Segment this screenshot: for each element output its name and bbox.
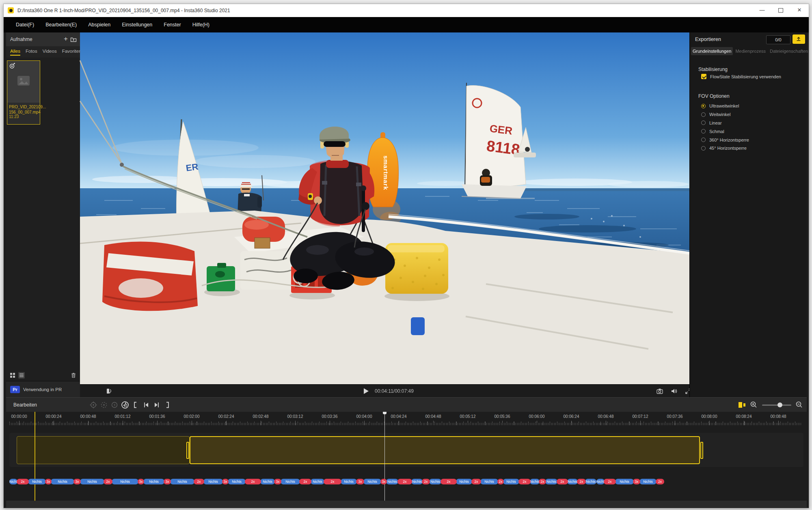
play-button[interactable]: [364, 388, 369, 394]
speed-segment[interactable]: 2x: [422, 479, 430, 484]
speed-segment[interactable]: 2x: [557, 479, 568, 484]
menu-item[interactable]: Bearbeiten(E): [40, 17, 82, 32]
library-tab-favoriten[interactable]: Favoriten: [62, 49, 82, 56]
speed-segment[interactable]: Nichts: [281, 479, 300, 484]
speed-segment[interactable]: Nichts: [9, 479, 17, 484]
speed-segment[interactable]: Nichts: [411, 479, 423, 484]
speed-segment[interactable]: 2x: [17, 479, 29, 484]
tracking-icon[interactable]: [100, 401, 108, 409]
speed-segment[interactable]: Nichts: [567, 479, 578, 484]
grid-view-icon[interactable]: [9, 372, 16, 379]
radio-icon[interactable]: [701, 104, 706, 108]
menu-item[interactable]: Hilfe(H): [187, 17, 215, 32]
menu-item[interactable]: Abspielen: [82, 17, 116, 32]
speed-segment[interactable]: 3x: [73, 479, 81, 484]
add-media-button[interactable]: +: [64, 32, 68, 46]
speed-segment[interactable]: 3x: [380, 479, 387, 484]
speed-segment[interactable]: 2x: [656, 479, 664, 484]
minimize-button[interactable]: —: [753, 4, 771, 17]
speed-segment[interactable]: 2x: [245, 479, 261, 484]
speed-segment[interactable]: 3x: [45, 479, 52, 484]
speed-segment[interactable]: 3x: [164, 479, 171, 484]
flowstate-checkbox-row[interactable]: FlowState Stabilisierung verwenden: [701, 74, 781, 79]
trim-handle-right[interactable]: [700, 442, 703, 459]
checkbox-icon[interactable]: [701, 74, 706, 79]
speed-segment[interactable]: 2x: [577, 479, 586, 484]
timeline-zoom-slider[interactable]: [762, 405, 791, 406]
export-button[interactable]: [793, 34, 805, 44]
timeline-clip-outside[interactable]: [17, 436, 190, 464]
speed-segment[interactable]: 2x: [397, 479, 412, 484]
trash-icon[interactable]: [70, 372, 77, 379]
speed-segment[interactable]: Nichts: [639, 479, 657, 484]
speed-segment[interactable]: 2x: [441, 479, 457, 484]
fov-option[interactable]: Schmal: [701, 127, 749, 136]
speed-segment[interactable]: 2x: [194, 479, 204, 484]
speed-segment[interactable]: Nichts: [228, 479, 246, 484]
speed-segment[interactable]: Nichts: [456, 479, 472, 484]
next-frame-icon[interactable]: [153, 401, 161, 409]
playhead-handle[interactable]: [383, 412, 387, 414]
speed-segment[interactable]: 3x: [222, 479, 229, 484]
speed-segment[interactable]: Nichts: [545, 479, 557, 484]
volume-icon[interactable]: [670, 387, 678, 395]
speed-segment[interactable]: Nichts: [112, 479, 138, 484]
speed-segment[interactable]: 2x: [497, 479, 504, 484]
trim-playhead[interactable]: [35, 412, 35, 501]
current-playhead[interactable]: [384, 412, 385, 501]
previous-frame-icon[interactable]: [142, 401, 150, 409]
speed-segment[interactable]: Nichts: [80, 479, 104, 484]
fov-option[interactable]: Weitwinkel: [701, 110, 749, 119]
speed-segment[interactable]: Nichts: [203, 479, 223, 484]
fov-option[interactable]: Linear: [701, 119, 749, 127]
fov-option[interactable]: Ultraweitwinkel: [701, 102, 749, 110]
trim-in-icon[interactable]: [132, 401, 140, 409]
fov-option[interactable]: 45° Horizontsperre: [701, 144, 749, 153]
radio-icon[interactable]: [701, 146, 706, 151]
radio-icon[interactable]: [701, 112, 706, 117]
fov-option[interactable]: 360° Horizontsperre: [701, 136, 749, 144]
speed-segment[interactable]: Nichts: [596, 479, 605, 484]
speed-segment[interactable]: 3x: [633, 479, 640, 484]
speed-segment[interactable]: Nichts: [363, 479, 381, 484]
keyframe-speed-icon[interactable]: [110, 401, 119, 409]
maximize-button[interactable]: [771, 4, 790, 17]
menu-item[interactable]: Einstellungen: [116, 17, 158, 32]
speed-segment[interactable]: Nichts: [615, 479, 634, 484]
speed-segment[interactable]: Nichts: [51, 479, 74, 484]
speed-segment[interactable]: Nichts: [341, 479, 357, 484]
zoom-out-icon[interactable]: [795, 401, 803, 409]
speed-segment[interactable]: 3x: [274, 479, 281, 484]
speed-segment[interactable]: Nichts: [260, 479, 275, 484]
flowstate-toggle-icon[interactable]: [121, 401, 129, 409]
speed-segment[interactable]: Nichts: [585, 479, 596, 484]
library-tab-alles[interactable]: Alles: [10, 49, 20, 56]
radio-icon[interactable]: [701, 121, 706, 125]
speed-segment[interactable]: Nichts: [480, 479, 498, 484]
speed-segment[interactable]: 2x: [324, 479, 341, 484]
speed-segment[interactable]: 2x: [539, 479, 546, 484]
import-icon[interactable]: [70, 36, 77, 43]
speed-segment[interactable]: 2x: [604, 479, 616, 484]
menu-item[interactable]: Fenster: [158, 17, 186, 32]
timeline-ruler[interactable]: 00:00:0000:00:2400:00:4800:01:1200:01:36…: [6, 412, 807, 428]
clip-card[interactable]: PRO_VID_202109... 156_00_007.mp4 11:23: [7, 60, 40, 125]
radio-icon[interactable]: [701, 138, 706, 142]
speed-segment[interactable]: Nichts: [530, 479, 540, 484]
timeline-clip-selected[interactable]: [190, 436, 700, 464]
speed-segment[interactable]: 2x: [471, 479, 481, 484]
zoom-slider-handle[interactable]: [777, 402, 782, 407]
menu-item[interactable]: Datei(F): [10, 17, 40, 32]
speed-segment[interactable]: 3x: [356, 479, 364, 484]
speed-segment[interactable]: Nichts: [311, 479, 324, 484]
speed-segment[interactable]: Nichts: [170, 479, 194, 484]
trim-out-icon[interactable]: [163, 401, 171, 409]
speed-segment[interactable]: 2x: [299, 479, 311, 484]
speed-segment[interactable]: Nichts: [386, 479, 398, 484]
clip-tool-icon[interactable]: [105, 387, 112, 395]
speed-segment[interactable]: Nichts: [143, 479, 164, 484]
list-view-icon[interactable]: [18, 372, 25, 379]
use-in-premiere-button[interactable]: Pr Verwendung in PR: [6, 381, 80, 397]
speed-segment[interactable]: 2x: [104, 479, 112, 484]
zoom-in-icon[interactable]: [750, 401, 758, 409]
